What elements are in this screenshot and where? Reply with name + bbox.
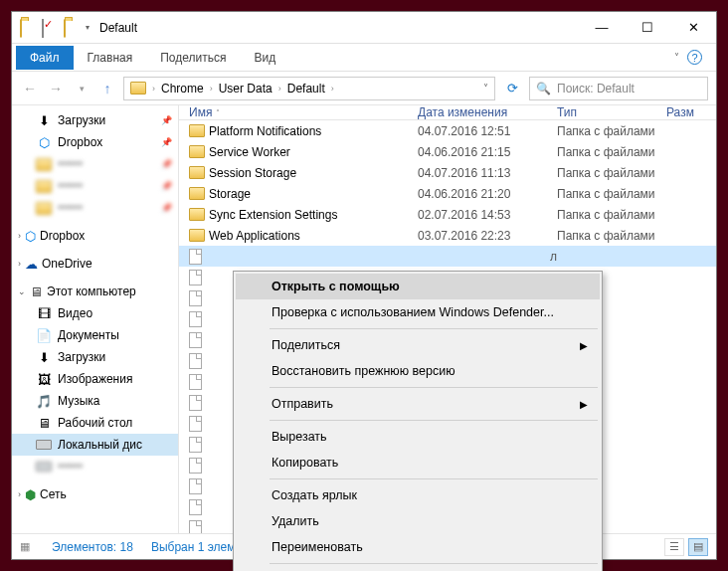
- address-dropdown-icon[interactable]: ˅: [483, 83, 492, 94]
- breadcrumb[interactable]: User Data: [215, 82, 276, 95]
- sidebar-item[interactable]: 🎞Видео: [12, 302, 178, 324]
- col-name[interactable]: Имя: [189, 105, 212, 119]
- sidebar-network[interactable]: ›⬢Сеть: [12, 483, 178, 505]
- search-placeholder: Поиск: Default: [557, 82, 635, 95]
- file-date: 04.07.2016 12:51: [418, 124, 557, 138]
- context-menu-item[interactable]: Восстановить прежнюю версию: [236, 358, 600, 384]
- folder-icon: [189, 229, 209, 242]
- sidebar-item-icon: 🎞: [36, 305, 52, 321]
- help-icon[interactable]: ?: [687, 50, 702, 65]
- file-row[interactable]: л: [179, 246, 716, 267]
- sidebar-item[interactable]: ••••••: [12, 175, 178, 197]
- file-row[interactable]: Sync Extension Settings02.07.2016 14:53П…: [179, 204, 716, 225]
- sidebar-thispc[interactable]: ⌄🖥Этот компьютер: [12, 281, 178, 302]
- context-menu-item[interactable]: Удалить: [236, 508, 600, 534]
- history-dropdown-icon[interactable]: ▾: [72, 79, 91, 98]
- context-menu-item[interactable]: Отправить▶: [236, 391, 600, 417]
- context-menu-item[interactable]: Создать ярлык: [236, 482, 600, 508]
- context-separator: [270, 478, 598, 479]
- up-button[interactable]: ↑: [97, 79, 117, 98]
- context-menu-item[interactable]: Вырезать: [236, 424, 600, 450]
- sidebar-item-label: Загрузки: [58, 113, 105, 127]
- file-date: 03.07.2016 22:23: [418, 229, 557, 243]
- context-menu-item[interactable]: Поделиться▶: [236, 332, 600, 358]
- file-type: Папка с файлами: [557, 166, 666, 180]
- folder-icon: [189, 208, 209, 221]
- file-type: Папка с файлами: [557, 229, 666, 243]
- col-date[interactable]: Дата изменения: [418, 105, 557, 119]
- file-row[interactable]: Web Applications03.07.2016 22:23Папка с …: [179, 225, 716, 246]
- context-menu-item[interactable]: Открыть с помощью: [236, 274, 600, 299]
- file-row[interactable]: Platform Notifications04.07.2016 12:51Па…: [179, 120, 716, 141]
- sidebar-item-label: ••••••: [58, 460, 83, 474]
- col-type[interactable]: Тип: [557, 105, 666, 119]
- sidebar-item[interactable]: 🖼Изображения: [12, 368, 178, 390]
- file-icon: [189, 332, 209, 348]
- context-menu-item[interactable]: Проверка с использованием Windows Defend…: [236, 299, 600, 325]
- file-icon: [189, 395, 209, 411]
- sidebar-item-label: Локальный дис: [58, 438, 142, 452]
- address-folder-icon: [130, 82, 146, 95]
- forward-button[interactable]: →: [46, 79, 66, 98]
- tab-view[interactable]: Вид: [240, 46, 289, 70]
- file-row[interactable]: Service Worker04.06.2016 21:15Папка с фа…: [179, 141, 716, 162]
- sidebar-dropbox[interactable]: ›⬡Dropbox: [12, 225, 178, 247]
- maximize-button[interactable]: ☐: [625, 13, 670, 43]
- properties-qat-icon[interactable]: [42, 20, 58, 36]
- sidebar-item[interactable]: 🖥Рабочий стол: [12, 412, 178, 434]
- sidebar-item-icon: [36, 200, 52, 216]
- file-row[interactable]: Session Storage04.07.2016 11:13Папка с ф…: [179, 162, 716, 183]
- search-icon: 🔍: [536, 82, 551, 95]
- sidebar-item[interactable]: Локальный дис: [12, 434, 178, 456]
- sidebar-item-label: Музыка: [58, 394, 99, 408]
- view-list-icon[interactable]: ☰: [664, 538, 684, 556]
- minimize-button[interactable]: —: [579, 13, 625, 43]
- navigation-bar: ← → ▾ ↑ › Chrome› User Data› Default› ˅ …: [12, 72, 716, 105]
- sidebar-onedrive[interactable]: ›☁OneDrive: [12, 253, 178, 275]
- sidebar-item-label: Dropbox: [58, 135, 102, 149]
- sidebar-item[interactable]: 📄Документы: [12, 324, 178, 346]
- context-separator: [270, 420, 598, 421]
- search-input[interactable]: 🔍 Поиск: Default: [529, 77, 708, 100]
- new-folder-qat-icon[interactable]: [64, 20, 80, 36]
- tab-file[interactable]: Файл: [16, 46, 74, 70]
- sidebar-item[interactable]: ⬇Загрузки: [12, 109, 178, 131]
- breadcrumb[interactable]: Chrome: [157, 82, 208, 95]
- refresh-button[interactable]: ⟳: [501, 81, 523, 95]
- tab-share[interactable]: Поделиться: [146, 46, 240, 70]
- col-size[interactable]: Разм: [666, 105, 716, 119]
- view-details-icon[interactable]: ▤: [688, 538, 708, 556]
- sidebar-item-label: Документы: [58, 328, 119, 342]
- ribbon: Файл Главная Поделиться Вид ˅ ?: [12, 44, 716, 72]
- context-menu-item[interactable]: Переименовать: [236, 534, 600, 560]
- sidebar-item-label: ••••••: [58, 157, 83, 171]
- address-bar[interactable]: › Chrome› User Data› Default› ˅: [123, 77, 495, 100]
- sidebar-item[interactable]: 🎵Музыка: [12, 390, 178, 412]
- column-headers[interactable]: Имя˄ Дата изменения Тип Разм: [179, 105, 716, 120]
- ribbon-collapse-icon[interactable]: ˅: [674, 52, 679, 63]
- sidebar-item[interactable]: ••••••: [12, 153, 178, 175]
- breadcrumb[interactable]: Default: [283, 82, 329, 95]
- back-button[interactable]: ←: [20, 79, 40, 98]
- file-icon: [189, 437, 209, 453]
- qat-dropdown-icon[interactable]: ▾: [86, 23, 90, 32]
- sidebar-item-label: Видео: [58, 306, 92, 320]
- sidebar-item[interactable]: ••••••: [12, 197, 178, 219]
- sidebar-item-icon: [36, 156, 52, 172]
- file-row[interactable]: Storage04.06.2016 21:20Папка с файлами: [179, 183, 716, 204]
- file-date: 04.07.2016 11:13: [418, 166, 557, 180]
- close-button[interactable]: ✕: [670, 13, 716, 43]
- folder-qat-icon: [20, 20, 36, 36]
- sidebar-item[interactable]: ••••••: [12, 456, 178, 477]
- file-date: 04.06.2016 21:15: [418, 145, 557, 159]
- file-name: Service Worker: [209, 145, 418, 159]
- context-menu-item[interactable]: Свойства: [236, 567, 600, 571]
- file-icon: [189, 458, 209, 474]
- context-menu-item[interactable]: Копировать: [236, 450, 600, 476]
- sidebar-item[interactable]: ⬇Загрузки: [12, 346, 178, 368]
- sidebar-item[interactable]: ⬡Dropbox: [12, 131, 178, 153]
- tab-home[interactable]: Главная: [74, 46, 147, 70]
- nav-pane: ⬇Загрузки⬡Dropbox••••••••••••••••••›⬡Dro…: [12, 105, 179, 533]
- file-name: Platform Notifications: [209, 124, 418, 138]
- sidebar-item-icon: ⬇: [36, 112, 52, 128]
